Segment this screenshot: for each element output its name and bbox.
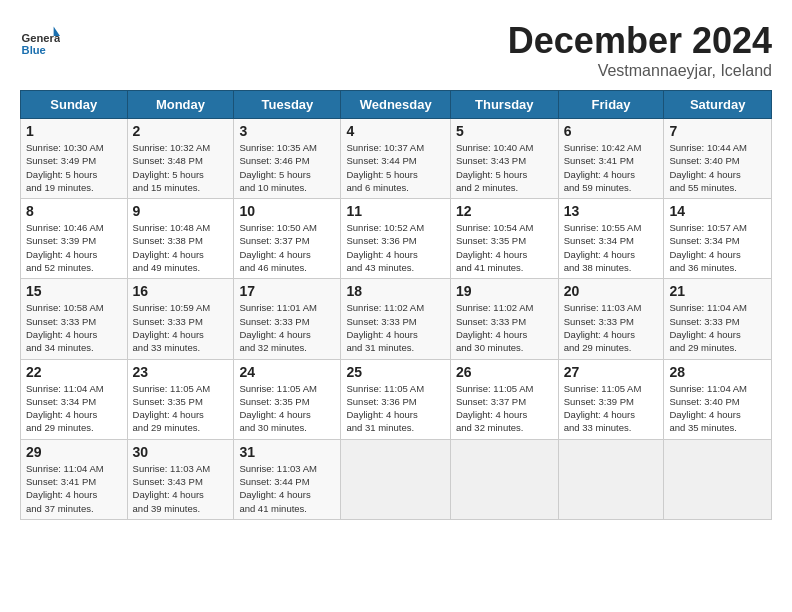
day-number: 28: [669, 364, 766, 380]
day-header-tuesday: Tuesday: [234, 91, 341, 119]
calendar-cell: 10Sunrise: 10:50 AM Sunset: 3:37 PM Dayl…: [234, 199, 341, 279]
day-number: 12: [456, 203, 553, 219]
day-header-saturday: Saturday: [664, 91, 772, 119]
day-info: Sunrise: 11:02 AM Sunset: 3:33 PM Daylig…: [456, 301, 553, 354]
calendar-cell: 31Sunrise: 11:03 AM Sunset: 3:44 PM Dayl…: [234, 439, 341, 519]
day-number: 24: [239, 364, 335, 380]
calendar-cell: [664, 439, 772, 519]
calendar-cell: 8Sunrise: 10:46 AM Sunset: 3:39 PM Dayli…: [21, 199, 128, 279]
calendar-cell: 11Sunrise: 10:52 AM Sunset: 3:36 PM Dayl…: [341, 199, 450, 279]
day-info: Sunrise: 11:05 AM Sunset: 3:37 PM Daylig…: [456, 382, 553, 435]
day-number: 29: [26, 444, 122, 460]
day-info: Sunrise: 11:05 AM Sunset: 3:35 PM Daylig…: [239, 382, 335, 435]
day-number: 30: [133, 444, 229, 460]
calendar-cell: 12Sunrise: 10:54 AM Sunset: 3:35 PM Dayl…: [450, 199, 558, 279]
day-number: 25: [346, 364, 444, 380]
calendar-cell: 20Sunrise: 11:03 AM Sunset: 3:33 PM Dayl…: [558, 279, 664, 359]
day-number: 31: [239, 444, 335, 460]
day-header-wednesday: Wednesday: [341, 91, 450, 119]
calendar-week-5: 29Sunrise: 11:04 AM Sunset: 3:41 PM Dayl…: [21, 439, 772, 519]
calendar-cell: 14Sunrise: 10:57 AM Sunset: 3:34 PM Dayl…: [664, 199, 772, 279]
day-info: Sunrise: 11:03 AM Sunset: 3:43 PM Daylig…: [133, 462, 229, 515]
svg-marker-2: [54, 26, 60, 36]
day-info: Sunrise: 11:02 AM Sunset: 3:33 PM Daylig…: [346, 301, 444, 354]
calendar-cell: [341, 439, 450, 519]
day-info: Sunrise: 10:57 AM Sunset: 3:34 PM Daylig…: [669, 221, 766, 274]
day-number: 3: [239, 123, 335, 139]
svg-text:Blue: Blue: [22, 44, 46, 56]
day-info: Sunrise: 11:04 AM Sunset: 3:40 PM Daylig…: [669, 382, 766, 435]
day-number: 18: [346, 283, 444, 299]
day-header-monday: Monday: [127, 91, 234, 119]
calendar-cell: 24Sunrise: 11:05 AM Sunset: 3:35 PM Dayl…: [234, 359, 341, 439]
day-info: Sunrise: 10:48 AM Sunset: 3:38 PM Daylig…: [133, 221, 229, 274]
day-info: Sunrise: 10:44 AM Sunset: 3:40 PM Daylig…: [669, 141, 766, 194]
calendar-cell: 29Sunrise: 11:04 AM Sunset: 3:41 PM Dayl…: [21, 439, 128, 519]
day-info: Sunrise: 11:03 AM Sunset: 3:33 PM Daylig…: [564, 301, 659, 354]
day-info: Sunrise: 10:55 AM Sunset: 3:34 PM Daylig…: [564, 221, 659, 274]
calendar-body: 1Sunrise: 10:30 AM Sunset: 3:49 PM Dayli…: [21, 119, 772, 520]
day-header-thursday: Thursday: [450, 91, 558, 119]
day-number: 11: [346, 203, 444, 219]
logo-icon: General Blue: [20, 20, 60, 60]
calendar-cell: 16Sunrise: 10:59 AM Sunset: 3:33 PM Dayl…: [127, 279, 234, 359]
calendar-cell: 30Sunrise: 11:03 AM Sunset: 3:43 PM Dayl…: [127, 439, 234, 519]
day-info: Sunrise: 10:52 AM Sunset: 3:36 PM Daylig…: [346, 221, 444, 274]
calendar-cell: [450, 439, 558, 519]
location-subtitle: Vestmannaeyjar, Iceland: [508, 62, 772, 80]
day-info: Sunrise: 10:42 AM Sunset: 3:41 PM Daylig…: [564, 141, 659, 194]
day-header-sunday: Sunday: [21, 91, 128, 119]
calendar-cell: 15Sunrise: 10:58 AM Sunset: 3:33 PM Dayl…: [21, 279, 128, 359]
title-section: December 2024 Vestmannaeyjar, Iceland: [508, 20, 772, 80]
calendar-cell: 17Sunrise: 11:01 AM Sunset: 3:33 PM Dayl…: [234, 279, 341, 359]
calendar-cell: 27Sunrise: 11:05 AM Sunset: 3:39 PM Dayl…: [558, 359, 664, 439]
page-header: General Blue December 2024 Vestmannaeyja…: [20, 20, 772, 80]
day-number: 6: [564, 123, 659, 139]
day-info: Sunrise: 10:54 AM Sunset: 3:35 PM Daylig…: [456, 221, 553, 274]
calendar-cell: 9Sunrise: 10:48 AM Sunset: 3:38 PM Dayli…: [127, 199, 234, 279]
day-number: 2: [133, 123, 229, 139]
day-number: 5: [456, 123, 553, 139]
day-number: 13: [564, 203, 659, 219]
day-number: 22: [26, 364, 122, 380]
calendar-cell: 7Sunrise: 10:44 AM Sunset: 3:40 PM Dayli…: [664, 119, 772, 199]
day-info: Sunrise: 11:05 AM Sunset: 3:35 PM Daylig…: [133, 382, 229, 435]
day-info: Sunrise: 10:30 AM Sunset: 3:49 PM Daylig…: [26, 141, 122, 194]
day-info: Sunrise: 10:46 AM Sunset: 3:39 PM Daylig…: [26, 221, 122, 274]
day-number: 1: [26, 123, 122, 139]
calendar-cell: 19Sunrise: 11:02 AM Sunset: 3:33 PM Dayl…: [450, 279, 558, 359]
day-number: 7: [669, 123, 766, 139]
calendar-week-3: 15Sunrise: 10:58 AM Sunset: 3:33 PM Dayl…: [21, 279, 772, 359]
calendar-week-4: 22Sunrise: 11:04 AM Sunset: 3:34 PM Dayl…: [21, 359, 772, 439]
day-info: Sunrise: 11:03 AM Sunset: 3:44 PM Daylig…: [239, 462, 335, 515]
day-number: 9: [133, 203, 229, 219]
calendar-cell: 28Sunrise: 11:04 AM Sunset: 3:40 PM Dayl…: [664, 359, 772, 439]
day-number: 27: [564, 364, 659, 380]
day-info: Sunrise: 10:59 AM Sunset: 3:33 PM Daylig…: [133, 301, 229, 354]
day-info: Sunrise: 11:05 AM Sunset: 3:39 PM Daylig…: [564, 382, 659, 435]
day-number: 19: [456, 283, 553, 299]
calendar-cell: 2Sunrise: 10:32 AM Sunset: 3:48 PM Dayli…: [127, 119, 234, 199]
day-info: Sunrise: 10:58 AM Sunset: 3:33 PM Daylig…: [26, 301, 122, 354]
calendar-week-2: 8Sunrise: 10:46 AM Sunset: 3:39 PM Dayli…: [21, 199, 772, 279]
day-number: 10: [239, 203, 335, 219]
day-number: 14: [669, 203, 766, 219]
day-number: 17: [239, 283, 335, 299]
day-info: Sunrise: 11:04 AM Sunset: 3:33 PM Daylig…: [669, 301, 766, 354]
day-number: 26: [456, 364, 553, 380]
day-info: Sunrise: 10:35 AM Sunset: 3:46 PM Daylig…: [239, 141, 335, 194]
calendar-cell: 4Sunrise: 10:37 AM Sunset: 3:44 PM Dayli…: [341, 119, 450, 199]
day-header-friday: Friday: [558, 91, 664, 119]
calendar-cell: 25Sunrise: 11:05 AM Sunset: 3:36 PM Dayl…: [341, 359, 450, 439]
calendar-cell: 23Sunrise: 11:05 AM Sunset: 3:35 PM Dayl…: [127, 359, 234, 439]
day-info: Sunrise: 11:01 AM Sunset: 3:33 PM Daylig…: [239, 301, 335, 354]
calendar-cell: [558, 439, 664, 519]
calendar-cell: 3Sunrise: 10:35 AM Sunset: 3:46 PM Dayli…: [234, 119, 341, 199]
calendar-cell: 5Sunrise: 10:40 AM Sunset: 3:43 PM Dayli…: [450, 119, 558, 199]
day-number: 16: [133, 283, 229, 299]
day-info: Sunrise: 11:05 AM Sunset: 3:36 PM Daylig…: [346, 382, 444, 435]
day-info: Sunrise: 11:04 AM Sunset: 3:34 PM Daylig…: [26, 382, 122, 435]
day-info: Sunrise: 11:04 AM Sunset: 3:41 PM Daylig…: [26, 462, 122, 515]
day-number: 21: [669, 283, 766, 299]
calendar-cell: 21Sunrise: 11:04 AM Sunset: 3:33 PM Dayl…: [664, 279, 772, 359]
